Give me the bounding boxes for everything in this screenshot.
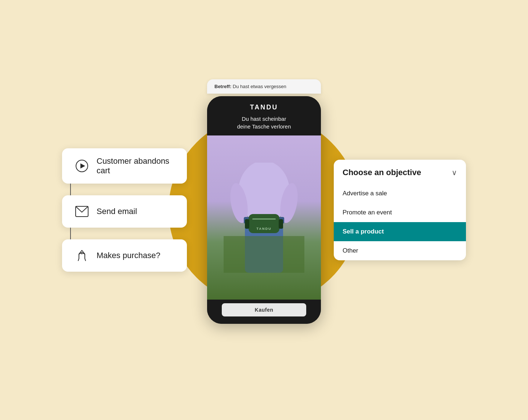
svg-marker-1	[80, 163, 85, 169]
condition-card[interactable]: Makes purchase?	[62, 239, 187, 272]
svg-rect-9	[252, 218, 276, 220]
play-circle-icon	[74, 158, 90, 174]
brand-name: TANDU	[207, 96, 321, 115]
product-image: TANDU	[207, 135, 321, 300]
email-subject-bar: Betreff: Du hast etwas vergessen	[207, 79, 321, 94]
svg-rect-10	[245, 219, 249, 229]
svg-rect-13	[224, 236, 304, 273]
dropdown-header[interactable]: Choose an objective ∨	[334, 160, 466, 184]
svg-text:TANDU: TANDU	[257, 227, 272, 231]
action-card[interactable]: Send email	[62, 195, 187, 228]
action-label: Send email	[97, 207, 137, 216]
main-scene: Customer abandons cart Send email	[62, 67, 466, 353]
phone-content: TANDU Du hast scheinbardeine Tasche verl…	[207, 96, 321, 324]
split-icon	[74, 247, 90, 264]
svg-rect-11	[279, 219, 283, 229]
chevron-down-icon: ∨	[452, 168, 457, 177]
workflow-panel: Customer abandons cart Send email	[62, 148, 187, 272]
connector-1	[70, 184, 71, 195]
objective-dropdown: Choose an objective ∨ Advertise a sale P…	[334, 160, 466, 260]
email-icon	[74, 203, 90, 220]
phone-mockup: Betreff: Du hast etwas vergessen TANDU D…	[207, 96, 321, 324]
subject-text: Du hast etwas vergessen	[231, 84, 286, 89]
dropdown-item-other[interactable]: Other	[334, 241, 466, 260]
dropdown-item-promote-event[interactable]: Promote an event	[334, 203, 466, 222]
trigger-label: Customer abandons cart	[97, 156, 175, 175]
trigger-card[interactable]: Customer abandons cart	[62, 148, 187, 184]
dropdown-item-advertise-sale[interactable]: Advertise a sale	[334, 184, 466, 203]
dropdown-title: Choose an objective	[343, 168, 421, 177]
email-tagline: Du hast scheinbardeine Tasche verloren	[207, 115, 321, 135]
connector-2	[70, 228, 71, 239]
subject-prefix: Betreff:	[214, 84, 231, 89]
bag-illustration: TANDU	[207, 135, 321, 300]
dropdown-item-sell-product[interactable]: Sell a product	[334, 222, 466, 241]
condition-label: Makes purchase?	[97, 251, 160, 260]
buy-button[interactable]: Kaufen	[222, 303, 306, 316]
